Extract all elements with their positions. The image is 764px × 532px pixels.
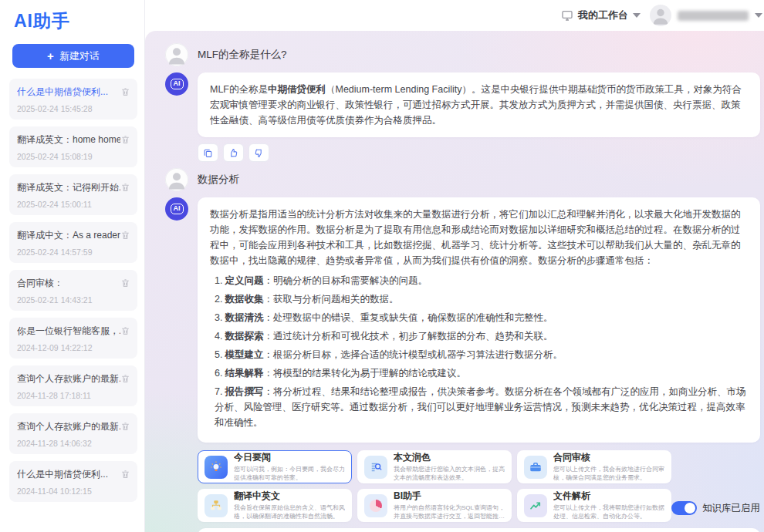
trash-icon[interactable] <box>120 325 130 336</box>
conversation-item[interactable]: 什么是中期借贷便利... 2025-02-24 15:45:28 <box>9 79 137 120</box>
step-text: ：处理数据中的错误、重复或缺失值，确保数据的准确性和完整性。 <box>263 312 553 323</box>
bulb-icon <box>205 456 228 479</box>
step-item: 7.报告撰写：将分析过程、结果和结论整理成报告，供决策者参考。数据分析在各个领域… <box>215 384 748 430</box>
card-file-parse[interactable]: 文件解析 您可以上传文件，我将帮助您进行如数据处理、信息检索、自动化办公等。 <box>517 489 671 522</box>
step-number: 3. <box>215 312 222 323</box>
message-input-bar <box>198 528 760 532</box>
step-label: 数据清洗 <box>225 312 263 323</box>
step-item: 2.数据收集：获取与分析问题相关的数据。 <box>215 291 748 307</box>
card-text-polish[interactable]: 本文润色 我会帮助您进行您输入的文本润色，提高文本的流畅度和表达效果。 <box>357 450 512 483</box>
step-label: 数据探索 <box>225 331 263 342</box>
topbar: 我的工作台 <box>145 0 764 31</box>
ai-text: 数据分析是指用适当的统计分析方法对收集来的大量数据进行分析，将它们加以汇总和理解… <box>210 209 741 266</box>
step-number: 2. <box>215 294 222 305</box>
card-desc: 将用户的自然语言转化为SQL查询语句，并直接与数据库进行交互，返回智能推荐的图表… <box>394 503 505 520</box>
step-label: 报告撰写 <box>225 386 263 397</box>
message-actions <box>198 143 760 162</box>
conversation-time: 2024-11-28 14:06:32 <box>17 439 130 448</box>
step-label: 数据收集 <box>225 294 263 305</box>
trash-icon[interactable] <box>120 278 130 288</box>
step-number: 1. <box>215 275 222 286</box>
conversation-title: 什么是中期借贷便利... <box>17 86 120 99</box>
conversation-list: 什么是中期借贷便利... 2025-02-24 15:45:28 翻译成英文：h… <box>9 79 137 502</box>
workspace-label: 我的工作台 <box>578 8 628 22</box>
card-desc: 您可以问我，例如：今日要闻，我会尽力提供准确和可靠的答案。 <box>234 465 345 482</box>
conversation-item[interactable]: 查询个人存款账户的最新... 2024-11-28 14:06:32 <box>9 413 137 454</box>
user-message-text: 数据分析 <box>198 173 239 187</box>
workspace-menu[interactable]: 我的工作台 <box>561 8 641 22</box>
chat-surface: MLF的全称是什么? AI MLF的全称是中期借贷便利（Medium-term … <box>145 31 764 532</box>
conversation-item[interactable]: 合同审核： 2025-02-21 14:43:21 <box>9 270 137 311</box>
conversation-item[interactable]: 查询个人存款账户的最新... 2024-11-28 17:18:11 <box>9 365 137 406</box>
user-message: MLF的全称是什么? <box>165 43 760 66</box>
thumbs-up-icon <box>228 148 238 158</box>
conversation-time: 2025-02-24 14:57:59 <box>17 247 130 257</box>
card-translate[interactable]: 翻译中英文 我会旨在保留原始信息的含义、语气和风格，以确保翻译的准确性和自然流畅… <box>198 489 352 522</box>
pie-chart-icon <box>364 494 387 517</box>
conversation-time: 2024-11-28 17:18:11 <box>17 391 130 400</box>
trend-arrow-icon <box>524 494 547 517</box>
step-item: 1.定义问题：明确分析的目标和需要解决的问题。 <box>215 273 748 288</box>
trash-icon[interactable] <box>120 373 130 384</box>
main-area: 我的工作台 MLF的全称是什么? AI <box>145 0 764 532</box>
conversation-time: 2025-02-21 14:43:21 <box>17 295 130 305</box>
thumbs-up-button[interactable] <box>223 143 244 162</box>
feature-cards: 今日要闻 您可以问我，例如：今日要闻，我会尽力提供准确和可靠的答案。 本文润色 … <box>198 450 671 522</box>
ai-text: MLF的全称是 <box>210 84 268 95</box>
conversation-time: 2025-02-24 15:08:19 <box>17 152 130 161</box>
sitemap-icon <box>205 494 228 517</box>
toggle-on-icon[interactable] <box>671 501 697 515</box>
card-title: 合同审核 <box>553 452 664 463</box>
step-item: 5.模型建立：根据分析目标，选择合适的统计模型或机器学习算法进行数据分析。 <box>215 347 748 362</box>
step-text: ：将模型的结果转化为易于理解的结论或建议。 <box>263 368 466 379</box>
thumbs-down-icon <box>254 148 264 158</box>
step-label: 定义问题 <box>225 275 263 286</box>
ai-message-card: MLF的全称是中期借贷便利（Medium-term Lending Facili… <box>198 72 760 137</box>
new-chat-button[interactable]: + 新建对话 <box>12 44 134 68</box>
conversation-item[interactable]: 你是一位银行智能客服，... 2024-12-09 14:22:12 <box>9 318 137 359</box>
card-desc: 我会帮助您进行您输入的文本润色，提高文本的流畅度和表达效果。 <box>394 465 505 482</box>
knowledge-toggle-label: 知识库已启用 <box>702 502 760 515</box>
briefcase-icon <box>524 456 547 479</box>
person-icon <box>165 168 188 191</box>
ai-avatar: AI <box>165 72 188 96</box>
conversation-title: 什么是中期借贷便利... <box>17 468 120 481</box>
conversation-time: 2025-02-24 15:45:28 <box>17 104 130 113</box>
conversation-item[interactable]: 翻译成英文：home home 2025-02-24 15:08:19 <box>9 126 137 167</box>
new-chat-label: 新建对话 <box>59 49 100 63</box>
copy-button[interactable] <box>198 143 218 162</box>
step-text: ：通过统计分析和可视化技术，初步了解数据的分布、趋势和关联。 <box>263 331 553 342</box>
person-icon <box>165 43 188 66</box>
ai-text-bold: 中期借贷便利 <box>268 84 326 95</box>
trash-icon[interactable] <box>120 86 130 97</box>
conversation-title: 翻译成中文：As a reader... <box>17 229 120 242</box>
conversation-item[interactable]: 什么是中期借贷便利... 2024-11-04 10:12:15 <box>9 461 137 502</box>
card-bi-assistant[interactable]: BI助手 将用户的自然语言转化为SQL查询语句，并直接与数据库进行交互，返回智能… <box>357 489 512 522</box>
ai-message: AI 数据分析是指用适当的统计分析方法对收集来的大量数据进行分析，将它们加以汇总… <box>165 197 760 443</box>
user-menu[interactable] <box>650 5 762 26</box>
card-contract-review[interactable]: 合同审核 您可以上传文件，我会有效地进行合同审核，确保合同满足您的业务需求。 <box>517 450 671 483</box>
trash-icon[interactable] <box>120 421 130 432</box>
thumbs-down-button[interactable] <box>248 143 269 162</box>
step-item: 4.数据探索：通过统计分析和可视化技术，初步了解数据的分布、趋势和关联。 <box>215 328 748 344</box>
knowledge-base-toggle[interactable]: 知识库已启用 <box>671 501 760 515</box>
trash-icon[interactable] <box>120 469 130 480</box>
ai-avatar: AI <box>165 197 188 221</box>
ai-message-card: 数据分析是指用适当的统计分析方法对收集来的大量数据进行分析，将它们加以汇总和理解… <box>198 197 760 443</box>
trash-icon[interactable] <box>120 134 130 145</box>
conversation-title: 合同审核： <box>17 277 120 290</box>
card-today-news[interactable]: 今日要闻 您可以问我，例如：今日要闻，我会尽力提供准确和可靠的答案。 <box>198 450 352 483</box>
conversation-item[interactable]: 翻译成中文：As a reader... 2025-02-24 14:57:59 <box>9 222 137 263</box>
copy-icon <box>203 148 213 158</box>
step-item: 3.数据清洗：处理数据中的错误、重复或缺失值，确保数据的准确性和完整性。 <box>215 310 748 325</box>
person-icon <box>650 5 671 26</box>
conversation-item[interactable]: 翻译成英文：记得刚开始... 2025-02-24 15:00:11 <box>9 174 137 215</box>
monitor-icon <box>561 9 573 22</box>
trash-icon[interactable] <box>120 230 130 241</box>
card-title: 今日要闻 <box>234 452 345 463</box>
steps-list: 1.定义问题：明确分析的目标和需要解决的问题。 2.数据收集：获取与分析问题相关… <box>210 273 748 430</box>
trash-icon[interactable] <box>120 182 130 193</box>
conversation-title: 你是一位银行智能客服，... <box>17 325 120 338</box>
avatar <box>650 5 671 26</box>
conversation-title: 翻译成英文：记得刚开始... <box>17 181 120 194</box>
